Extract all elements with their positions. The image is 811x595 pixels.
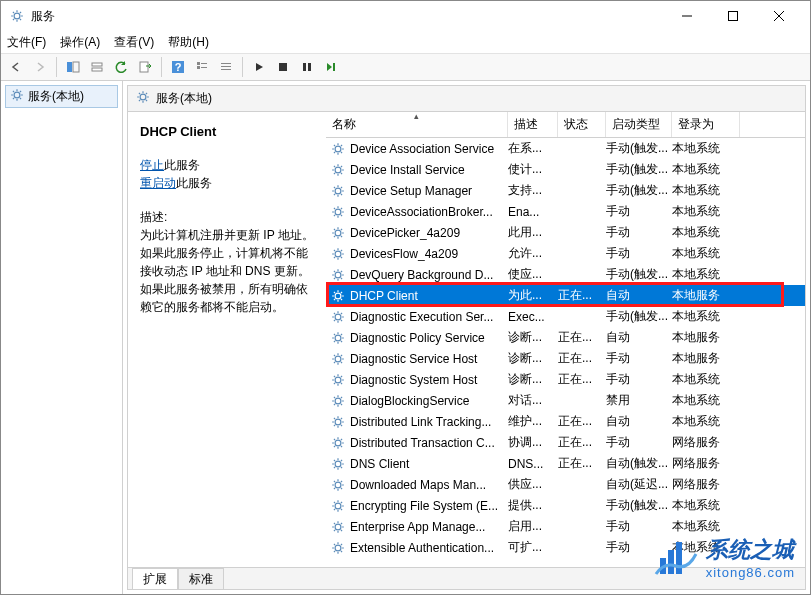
description-text: 为此计算机注册并更新 IP 地址。如果此服务停止，计算机将不能接收动态 IP 地… bbox=[140, 226, 314, 316]
service-row[interactable]: Diagnostic Service Host诊断...正在...手动本地服务 bbox=[326, 348, 805, 369]
svg-point-25 bbox=[335, 146, 341, 152]
cell-desc: 诊断... bbox=[508, 329, 558, 346]
cell-name: Extensible Authentication... bbox=[350, 541, 508, 555]
svg-point-23 bbox=[14, 92, 20, 98]
service-row[interactable]: Device Install Service使计...手动(触发...本地系统 bbox=[326, 159, 805, 180]
gear-icon bbox=[330, 499, 346, 513]
restart-service-button[interactable] bbox=[320, 56, 342, 78]
list-rows[interactable]: Device Association Service在系...手动(触发...本… bbox=[326, 138, 805, 567]
cell-name: Enterprise App Manage... bbox=[350, 520, 508, 534]
list-details-button[interactable] bbox=[215, 56, 237, 78]
cell-logon: 本地系统 bbox=[672, 266, 740, 283]
service-row[interactable]: Diagnostic System Host诊断...正在...手动本地系统 bbox=[326, 369, 805, 390]
cell-status: 正在... bbox=[558, 434, 606, 451]
export-button[interactable] bbox=[134, 56, 156, 78]
service-row[interactable]: Diagnostic Policy Service诊断...正在...自动本地服… bbox=[326, 327, 805, 348]
service-row[interactable]: DevicesFlow_4a209允许...手动本地系统 bbox=[326, 243, 805, 264]
cell-startup: 自动(延迟... bbox=[606, 476, 672, 493]
service-row[interactable]: Distributed Link Tracking...维护...正在...自动… bbox=[326, 411, 805, 432]
svg-rect-12 bbox=[197, 62, 200, 65]
cell-desc: 维护... bbox=[508, 413, 558, 430]
cell-desc: 使计... bbox=[508, 161, 558, 178]
stop-service-link[interactable]: 停止 bbox=[140, 158, 164, 172]
service-row[interactable]: Downloaded Maps Man...供应...自动(延迟...网络服务 bbox=[326, 474, 805, 495]
service-row[interactable]: Device Setup Manager支持...手动(触发...本地系统 bbox=[326, 180, 805, 201]
help-button[interactable]: ? bbox=[167, 56, 189, 78]
tab-standard[interactable]: 标准 bbox=[178, 568, 224, 590]
column-logon[interactable]: 登录为 bbox=[672, 112, 740, 137]
cell-name: Device Association Service bbox=[350, 142, 508, 156]
service-row[interactable]: DevicePicker_4a209此用...手动本地系统 bbox=[326, 222, 805, 243]
cell-logon: 本地系统 bbox=[672, 413, 740, 430]
show-hide-tree-button[interactable] bbox=[62, 56, 84, 78]
refresh-button[interactable] bbox=[110, 56, 132, 78]
gear-icon bbox=[330, 415, 346, 429]
menu-help[interactable]: 帮助(H) bbox=[168, 34, 209, 51]
start-service-button[interactable] bbox=[248, 56, 270, 78]
cell-status: 正在... bbox=[558, 455, 606, 472]
service-row[interactable]: DNS ClientDNS...正在...自动(触发...网络服务 bbox=[326, 453, 805, 474]
cell-logon: 本地系统 bbox=[672, 224, 740, 241]
pause-service-button[interactable] bbox=[296, 56, 318, 78]
service-row[interactable]: Encrypting File System (E...提供...手动(触发..… bbox=[326, 495, 805, 516]
svg-point-41 bbox=[335, 482, 341, 488]
details-pane: 服务(本地) DHCP Client 停止此服务 重启动此服务 描述: 为此计算… bbox=[127, 85, 806, 590]
restart-service-link[interactable]: 重启动 bbox=[140, 176, 176, 190]
cell-desc: 允许... bbox=[508, 245, 558, 262]
toolbar: ? bbox=[1, 53, 810, 81]
cell-status: 正在... bbox=[558, 329, 606, 346]
svg-point-38 bbox=[335, 419, 341, 425]
menu-file[interactable]: 文件(F) bbox=[7, 34, 46, 51]
column-name[interactable]: 名称▴ bbox=[326, 112, 508, 137]
svg-point-37 bbox=[335, 398, 341, 404]
close-button[interactable] bbox=[756, 1, 802, 31]
cell-desc: Exec... bbox=[508, 310, 558, 324]
column-status[interactable]: 状态 bbox=[558, 112, 606, 137]
service-row[interactable]: DialogBlockingService对话...禁用本地系统 bbox=[326, 390, 805, 411]
cell-desc: 协调... bbox=[508, 434, 558, 451]
tree-root-services-local[interactable]: 服务(本地) bbox=[5, 85, 118, 108]
minimize-button[interactable] bbox=[664, 1, 710, 31]
service-row[interactable]: Diagnostic Execution Ser...Exec...手动(触发.… bbox=[326, 306, 805, 327]
cell-startup: 手动 bbox=[606, 203, 672, 220]
gear-icon bbox=[136, 90, 150, 107]
service-row[interactable]: DHCP Client为此...正在...自动本地服务 bbox=[326, 285, 805, 306]
menu-view[interactable]: 查看(V) bbox=[114, 34, 154, 51]
cell-logon: 本地服务 bbox=[672, 329, 740, 346]
stop-service-button[interactable] bbox=[272, 56, 294, 78]
forward-button[interactable] bbox=[29, 56, 51, 78]
column-description[interactable]: 描述 bbox=[508, 112, 558, 137]
watermark-text-1: 系统之城 bbox=[706, 535, 795, 565]
gear-icon bbox=[330, 310, 346, 324]
cell-name: Downloaded Maps Man... bbox=[350, 478, 508, 492]
service-row[interactable]: DevQuery Background D...使应...手动(触发...本地系… bbox=[326, 264, 805, 285]
service-row[interactable]: Device Association Service在系...手动(触发...本… bbox=[326, 138, 805, 159]
svg-point-33 bbox=[335, 314, 341, 320]
maximize-button[interactable] bbox=[710, 1, 756, 31]
gear-icon bbox=[330, 163, 346, 177]
cell-logon: 网络服务 bbox=[672, 476, 740, 493]
svg-point-39 bbox=[335, 440, 341, 446]
svg-point-27 bbox=[335, 188, 341, 194]
cell-logon: 本地系统 bbox=[672, 371, 740, 388]
cell-desc: 诊断... bbox=[508, 371, 558, 388]
properties-button[interactable] bbox=[86, 56, 108, 78]
svg-rect-13 bbox=[197, 66, 200, 69]
gear-icon bbox=[330, 142, 346, 156]
menu-action[interactable]: 操作(A) bbox=[60, 34, 100, 51]
svg-rect-2 bbox=[729, 12, 738, 21]
column-startup[interactable]: 启动类型 bbox=[606, 112, 672, 137]
service-row[interactable]: Distributed Transaction C...协调...正在...手动… bbox=[326, 432, 805, 453]
watermark-logo-icon bbox=[652, 532, 700, 583]
cell-desc: DNS... bbox=[508, 457, 558, 471]
cell-logon: 本地服务 bbox=[672, 287, 740, 304]
back-button[interactable] bbox=[5, 56, 27, 78]
list-icons-button[interactable] bbox=[191, 56, 213, 78]
svg-rect-18 bbox=[221, 69, 231, 70]
svg-rect-46 bbox=[668, 550, 674, 574]
window-title: 服务 bbox=[31, 8, 664, 25]
service-row[interactable]: DeviceAssociationBroker...Ena...手动本地系统 bbox=[326, 201, 805, 222]
cell-desc: 使应... bbox=[508, 266, 558, 283]
tab-extended[interactable]: 扩展 bbox=[132, 568, 178, 590]
service-detail-pane: DHCP Client 停止此服务 重启动此服务 描述: 为此计算机注册并更新 … bbox=[128, 112, 326, 567]
